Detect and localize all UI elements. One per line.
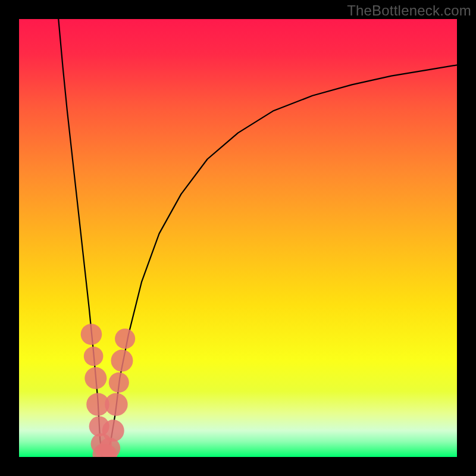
plot-area: [19, 19, 457, 457]
marker-dot: [105, 393, 128, 416]
chart-frame: TheBottleneck.com: [0, 0, 476, 476]
watermark-text: TheBottleneck.com: [347, 2, 471, 19]
marker-dot: [84, 346, 104, 366]
marker-dot: [84, 367, 107, 389]
gradient-background: [19, 19, 457, 457]
chart-svg: [19, 19, 457, 457]
marker-dot: [109, 372, 129, 393]
marker-dot: [102, 419, 124, 441]
marker-dot: [111, 350, 133, 372]
marker-dot: [81, 324, 102, 345]
marker-dot: [115, 328, 135, 349]
